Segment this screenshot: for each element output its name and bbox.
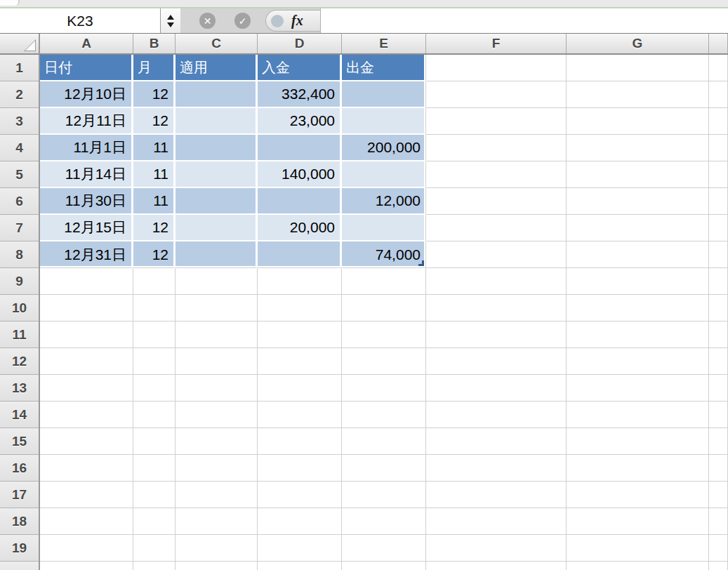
cell-F12[interactable] [426,348,567,375]
cell-A8[interactable]: 12月31日 [40,241,133,268]
cell-A14[interactable] [40,402,133,428]
cell-C14[interactable] [176,402,258,428]
cell-C7[interactable] [176,215,258,241]
cell-G18[interactable] [567,508,709,535]
cell-A9[interactable] [40,268,133,295]
cell-B7[interactable]: 12 [133,215,176,241]
cell-D14[interactable] [258,402,342,428]
cell-E7[interactable] [342,215,426,241]
cell-C18[interactable] [176,508,258,535]
cell-G5[interactable] [567,161,709,188]
cell-D19[interactable] [258,535,342,562]
cell-H3[interactable] [709,108,728,135]
cell-H8[interactable] [709,241,728,268]
cell-G13[interactable] [567,375,709,402]
cell-G2[interactable] [567,81,709,108]
name-box-stepper[interactable] [161,8,181,33]
cell-B5[interactable]: 11 [133,161,176,188]
cell-C3[interactable] [176,108,258,135]
cell-C1[interactable]: 適用 [176,55,258,81]
cell-H10[interactable] [709,295,728,322]
cell-E6[interactable]: 12,000 [342,188,426,215]
cell-F11[interactable] [426,322,567,348]
cell-F14[interactable] [426,402,567,428]
name-box[interactable]: K23 [0,8,161,33]
cell-A6[interactable]: 11月30日 [40,188,133,215]
cell-C15[interactable] [176,428,258,455]
cell-E18[interactable] [342,508,426,535]
cell-G16[interactable] [567,455,709,482]
cell-A2[interactable]: 12月10日 [40,81,133,108]
cell-A5[interactable]: 11月14日 [40,161,133,188]
cell-G1[interactable] [567,55,709,81]
cell-F10[interactable] [426,295,567,322]
cell-G15[interactable] [567,428,709,455]
cell-A15[interactable] [40,428,133,455]
cell-D15[interactable] [258,428,342,455]
row-header-10[interactable]: 10 [0,295,39,322]
cell-F13[interactable] [426,375,567,402]
stepper-down-icon[interactable] [167,22,174,27]
cell-H12[interactable] [709,348,728,375]
cell-A13[interactable] [40,375,133,402]
cell-B19[interactable] [133,535,176,562]
cell-E16[interactable] [342,455,426,482]
cell-B14[interactable] [133,402,176,428]
cell-E2[interactable] [342,81,426,108]
cell-F16[interactable] [426,455,567,482]
cell-H1[interactable] [709,55,728,81]
cell-E19[interactable] [342,535,426,562]
column-header-E[interactable]: E [342,34,426,53]
cell-C10[interactable] [176,295,258,322]
cell-E10[interactable] [342,295,426,322]
cell-C16[interactable] [176,455,258,482]
cell-H18[interactable] [709,508,728,535]
cell-G10[interactable] [567,295,709,322]
cell-D11[interactable] [258,322,342,348]
row-header-18[interactable]: 18 [0,508,39,535]
cell-F19[interactable] [426,535,567,562]
cell-B6[interactable]: 11 [133,188,176,215]
column-header-H-partial[interactable] [709,34,728,53]
column-header-D[interactable]: D [258,34,342,53]
cell-F2[interactable] [426,81,567,108]
cell-E13[interactable] [342,375,426,402]
cell-D10[interactable] [258,295,342,322]
cell-H16[interactable] [709,455,728,482]
cell-G19[interactable] [567,535,709,562]
row-header-16[interactable]: 16 [0,455,39,482]
cell-G8[interactable] [567,241,709,268]
cell-D7[interactable]: 20,000 [258,215,342,241]
cell-D12[interactable] [258,348,342,375]
cell-C12[interactable] [176,348,258,375]
cell-H17[interactable] [709,482,728,508]
cell-C13[interactable] [176,375,258,402]
cell-C9[interactable] [176,268,258,295]
cell-H14[interactable] [709,402,728,428]
column-header-F[interactable]: F [426,34,567,53]
cell-E14[interactable] [342,402,426,428]
cell-B20[interactable] [133,562,176,570]
row-header-6[interactable]: 6 [0,188,39,215]
cell-G20[interactable] [567,562,709,570]
cell-H7[interactable] [709,215,728,241]
cell-D20[interactable] [258,562,342,570]
cell-D9[interactable] [258,268,342,295]
cell-H20[interactable] [709,562,728,570]
cell-H4[interactable] [709,135,728,161]
cell-E17[interactable] [342,482,426,508]
cell-D6[interactable] [258,188,342,215]
row-header-11[interactable]: 11 [0,322,39,348]
cell-G9[interactable] [567,268,709,295]
cell-D18[interactable] [258,508,342,535]
cell-A1[interactable]: 日付 [40,55,133,81]
cell-C11[interactable] [176,322,258,348]
select-all-corner[interactable] [0,34,40,55]
cell-E15[interactable] [342,428,426,455]
cell-F18[interactable] [426,508,567,535]
cell-A3[interactable]: 12月11日 [40,108,133,135]
cell-B16[interactable] [133,455,176,482]
cell-D17[interactable] [258,482,342,508]
cell-C2[interactable] [176,81,258,108]
cell-F3[interactable] [426,108,567,135]
